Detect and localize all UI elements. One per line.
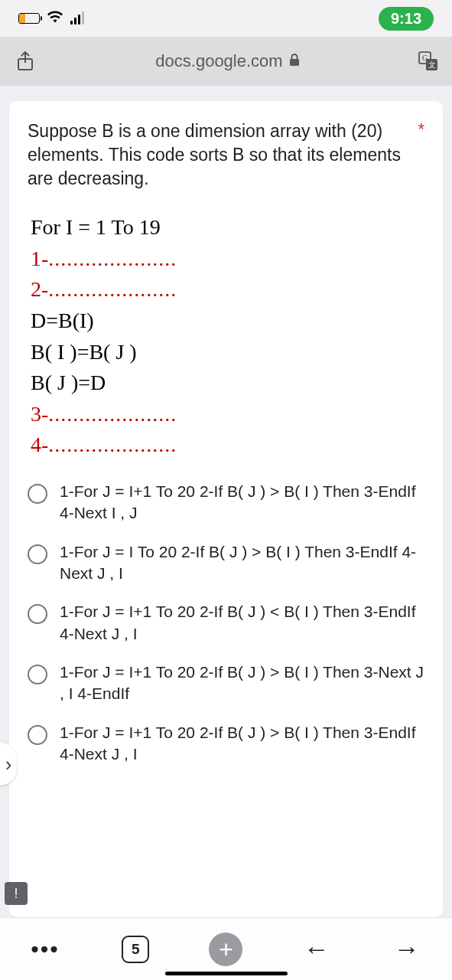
option-label: 1-For J = I+1 To 20 2-If B( J ) > B( I )… (60, 662, 424, 705)
option-label: 1-For J = I+1 To 20 2-If B( J ) > B( I )… (60, 722, 424, 766)
url-text: docs.google.com (155, 51, 282, 71)
url-display[interactable]: docs.google.com (46, 51, 409, 71)
option-4[interactable]: 1-For J = I+1 To 20 2-If B( J ) > B( I )… (28, 662, 424, 705)
code-blank-4: 4-..................... (31, 430, 424, 461)
status-left (18, 11, 84, 27)
option-1[interactable]: 1-For J = I+1 To 20 2-If B( J ) > B( I )… (28, 481, 424, 524)
signal-icon (70, 12, 84, 24)
forward-button[interactable]: → (390, 933, 424, 966)
code-line: For I = 1 To 19 (31, 212, 424, 243)
tabs-button[interactable]: 5 (119, 933, 152, 966)
menu-button[interactable]: ••• (28, 933, 62, 966)
battery-icon (18, 13, 40, 24)
new-tab-button[interactable]: + (209, 933, 242, 966)
code-line: D=B(I) (31, 305, 424, 337)
options-group: 1-For J = I+1 To 20 2-If B( J ) > B( I )… (28, 481, 424, 765)
svg-text:文: 文 (428, 60, 436, 69)
radio-icon[interactable] (28, 665, 47, 684)
option-label: 1-For J = I+1 To 20 2-If B( J ) < B( I )… (60, 601, 424, 645)
status-bar: 9:13 (0, 0, 452, 37)
home-indicator[interactable] (165, 972, 288, 975)
option-5[interactable]: 1-For J = I+1 To 20 2-If B( J ) > B( I )… (28, 722, 424, 766)
browser-url-bar: docs.google.com G文 (0, 37, 452, 86)
translate-icon[interactable]: G文 (417, 50, 440, 73)
share-icon[interactable] (12, 48, 38, 74)
back-button[interactable]: ← (300, 933, 333, 966)
alert-badge[interactable]: ! (5, 882, 28, 905)
code-block: For I = 1 To 19 1-..................... … (28, 212, 424, 461)
code-blank-1: 1-..................... (31, 243, 424, 275)
option-3[interactable]: 1-For J = I+1 To 20 2-If B( J ) < B( I )… (28, 601, 424, 645)
form-content: Suppose B is a one dimension array with … (0, 86, 452, 917)
required-star: * (418, 119, 424, 139)
code-blank-2: 2-..................... (31, 274, 424, 305)
radio-icon[interactable] (28, 725, 47, 745)
lock-icon (289, 54, 300, 69)
browser-bottom-nav: ••• 5 + ← → (0, 917, 452, 980)
code-blank-3: 3-..................... (31, 399, 424, 430)
code-line: B( J )=D (31, 368, 424, 399)
question-card: Suppose B is a one dimension array with … (9, 101, 443, 917)
radio-icon[interactable] (28, 544, 47, 564)
option-2[interactable]: 1-For J = I To 20 2-If B( J ) > B( I ) T… (28, 541, 424, 585)
svg-rect-1 (290, 59, 299, 66)
wifi-icon (47, 11, 63, 27)
question-text: Suppose B is a one dimension array with … (28, 119, 411, 191)
code-line: B( I )=B( J ) (31, 337, 424, 368)
option-label: 1-For J = I To 20 2-If B( J ) > B( I ) T… (60, 541, 424, 585)
radio-icon[interactable] (28, 484, 47, 504)
radio-icon[interactable] (28, 604, 47, 624)
clock-time: 9:13 (379, 7, 434, 31)
option-label: 1-For J = I+1 To 20 2-If B( J ) > B( I )… (60, 481, 424, 524)
